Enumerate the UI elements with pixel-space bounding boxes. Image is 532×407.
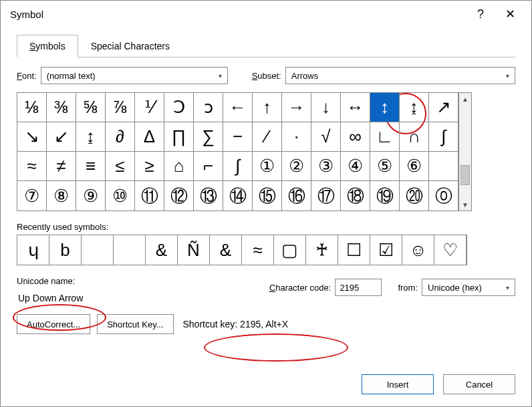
symbol-cell[interactable]: ⑯: [282, 181, 311, 211]
symbol-cell[interactable]: ⑳: [400, 181, 429, 211]
symbol-cell[interactable]: ⅛: [17, 93, 47, 122]
recent-cell[interactable]: ≈: [242, 235, 274, 265]
symbol-cell[interactable]: ↔: [341, 93, 370, 122]
symbol-cell[interactable]: →: [282, 93, 311, 122]
symbol-cell[interactable]: ≈: [17, 152, 47, 181]
symbol-cell[interactable]: ↨: [76, 122, 106, 152]
symbol-cell[interactable]: √: [311, 122, 341, 152]
symbol-cell[interactable]: ∏: [164, 122, 194, 152]
symbol-cell[interactable]: ⑫: [164, 181, 194, 211]
subset-select[interactable]: Arrows ▾: [285, 67, 515, 84]
symbol-cell[interactable]: ⌐: [194, 152, 223, 181]
recent-cell[interactable]: ɥ: [17, 235, 49, 265]
autocorrect-button[interactable]: AutoCorrect...: [17, 314, 90, 334]
symbol-cell[interactable]: ↕: [370, 93, 400, 122]
symbol-cell[interactable]: ∑: [194, 122, 223, 152]
font-select[interactable]: (normal text) ▾: [41, 67, 228, 84]
symbol-cell[interactable]: ⑩: [106, 181, 135, 211]
recent-cell[interactable]: ☺: [402, 235, 434, 265]
symbol-cell[interactable]: ⑦: [17, 181, 47, 211]
symbol-cell[interactable]: ⌂: [164, 152, 194, 181]
scroll-thumb[interactable]: [460, 165, 470, 185]
symbol-cell[interactable]: ⑮: [253, 181, 282, 211]
symbol-cell[interactable]: ⅞: [106, 93, 135, 122]
symbol-cell[interactable]: ↓: [311, 93, 341, 122]
recent-cell[interactable]: &: [146, 235, 178, 265]
cancel-button[interactable]: Cancel: [443, 374, 515, 394]
grid-scrollbar[interactable]: ▲ ▼: [458, 92, 472, 211]
unicode-name-label: Unicode name:: [17, 276, 256, 286]
insert-button[interactable]: Insert: [362, 374, 434, 394]
charcode-input[interactable]: 2195: [335, 279, 382, 296]
symbol-cell[interactable]: ↨: [400, 93, 429, 122]
symbol-cell[interactable]: ↄ: [194, 93, 223, 122]
symbol-cell[interactable]: ④: [341, 152, 370, 181]
symbol-cell[interactable]: ⑲: [370, 181, 400, 211]
close-button[interactable]: ✕: [495, 3, 525, 25]
scroll-track[interactable]: [459, 105, 471, 198]
symbol-cell[interactable]: ⑥: [400, 152, 429, 181]
recent-cell[interactable]: ♡: [434, 235, 467, 265]
symbol-cell[interactable]: ∩: [400, 122, 429, 152]
symbol-cell[interactable]: ∟: [370, 122, 400, 152]
symbol-cell[interactable]: ⑭: [223, 181, 253, 211]
symbol-cell[interactable]: ⑧: [47, 181, 76, 211]
symbol-cell[interactable]: ⑨: [76, 181, 106, 211]
scroll-down-icon[interactable]: ▼: [459, 198, 471, 211]
symbol-cell[interactable]: ⑱: [341, 181, 370, 211]
symbol-cell[interactable]: ①: [253, 152, 282, 181]
symbol-cell[interactable]: ⑪: [135, 181, 164, 211]
tab-symbols[interactable]: Symbols: [17, 35, 78, 57]
help-button[interactable]: ?: [466, 3, 495, 25]
symbol-grid-wrap: ⅛⅜⅝⅞⅟Ↄↄ←↑→↓↔↕↨↗↘↙↨∂∆∏∑−∕∙√∞∟∩∫≈≠≡≤≥⌂⌐∫①②…: [17, 92, 515, 211]
symbol-cell[interactable]: ≥: [135, 152, 164, 181]
recent-cell[interactable]: Ñ: [178, 235, 210, 265]
symbol-cell[interactable]: ↙: [47, 122, 76, 152]
tab-special-characters[interactable]: Special Characters: [78, 35, 182, 57]
from-select[interactable]: Unicode (hex) ▾: [422, 279, 515, 296]
symbol-cell[interactable]: ∙: [282, 122, 311, 152]
symbol-cell[interactable]: ②: [282, 152, 311, 181]
symbol-cell[interactable]: ③: [311, 152, 341, 181]
recent-cell[interactable]: ♰: [306, 235, 338, 265]
scroll-up-icon[interactable]: ▲: [459, 93, 471, 105]
recent-cell[interactable]: ▢: [274, 235, 306, 265]
symbol-cell[interactable]: Ↄ: [164, 93, 194, 122]
symbol-cell[interactable]: ∂: [106, 122, 135, 152]
symbol-cell[interactable]: ∫: [223, 152, 253, 181]
symbol-cell[interactable]: ⑰: [311, 181, 341, 211]
recent-cell[interactable]: [114, 235, 146, 265]
symbol-cell[interactable]: [429, 152, 458, 181]
recent-label: Recently used symbols:: [17, 222, 515, 232]
symbol-cell[interactable]: ⑬: [194, 181, 223, 211]
from-label: from:: [398, 283, 418, 293]
window-title: Symbol: [10, 9, 466, 20]
symbol-cell[interactable]: ≤: [106, 152, 135, 181]
symbol-cell[interactable]: ↗: [429, 93, 458, 122]
symbol-cell[interactable]: ∆: [135, 122, 164, 152]
symbol-cell[interactable]: ∫: [429, 122, 458, 152]
symbol-cell[interactable]: ↑: [253, 93, 282, 122]
symbol-cell[interactable]: ⑤: [370, 152, 400, 181]
symbol-cell[interactable]: ⓪: [429, 181, 458, 211]
symbol-cell[interactable]: ⅜: [47, 93, 76, 122]
symbol-cell[interactable]: −: [223, 122, 253, 152]
font-label: Font:: [17, 71, 37, 81]
symbol-cell[interactable]: ≠: [47, 152, 76, 181]
shortcut-key-button[interactable]: Shortcut Key...: [97, 314, 173, 334]
recent-cell[interactable]: &: [210, 235, 242, 265]
recent-cell[interactable]: ☑: [370, 235, 402, 265]
dialog-body: Symbols Special Characters Font: (normal…: [1, 27, 531, 366]
recent-cell[interactable]: ☐: [338, 235, 370, 265]
symbol-cell[interactable]: ←: [223, 93, 253, 122]
tabs: Symbols Special Characters: [17, 34, 515, 57]
symbol-cell[interactable]: ∞: [341, 122, 370, 152]
symbol-cell[interactable]: ↘: [17, 122, 47, 152]
recent-cell[interactable]: [82, 235, 114, 265]
symbol-cell[interactable]: ∕: [253, 122, 282, 152]
lower-buttons: AutoCorrect... Shortcut Key... Shortcut …: [17, 314, 515, 334]
symbol-cell[interactable]: ⅟: [135, 93, 164, 122]
recent-cell[interactable]: b: [49, 235, 82, 265]
symbol-cell[interactable]: ⅝: [76, 93, 106, 122]
symbol-cell[interactable]: ≡: [76, 152, 106, 181]
